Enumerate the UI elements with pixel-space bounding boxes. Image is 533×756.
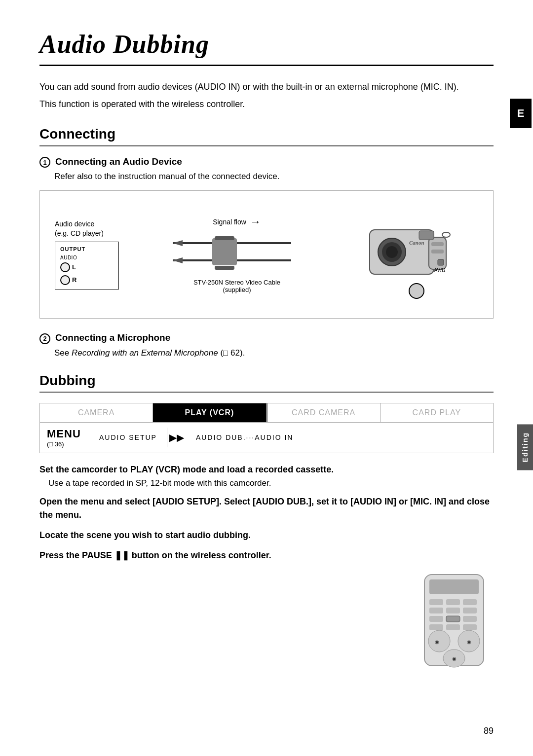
menu-word: MENU bbox=[47, 428, 82, 440]
mode-card-play[interactable]: CARD PLAY bbox=[381, 403, 493, 422]
svg-rect-31 bbox=[446, 624, 460, 630]
mode-bar: CAMERA PLAY (VCR) CARD CAMERA CARD PLAY bbox=[39, 403, 494, 423]
jack-label-l: L bbox=[72, 263, 76, 271]
connecting-heading: Connecting bbox=[39, 126, 494, 145]
sub1-note: Refer also to the instruction manual of … bbox=[54, 172, 494, 181]
svg-rect-12 bbox=[419, 231, 434, 240]
remote-area: ◉ ◉ ◉ bbox=[39, 572, 494, 671]
av-circle bbox=[409, 283, 424, 299]
dubbing-underline bbox=[39, 392, 494, 393]
connecting-underline bbox=[39, 145, 494, 146]
sub2-heading: 2 Connecting a Microphone bbox=[39, 332, 494, 344]
middle-section: Signal flow → STV-250N Stereo Video bbox=[119, 216, 355, 293]
svg-rect-24 bbox=[429, 608, 443, 613]
dubbing-heading: Dubbing bbox=[39, 373, 494, 392]
svg-rect-14 bbox=[431, 242, 444, 246]
sub1-heading: 1 Connecting an Audio Device bbox=[39, 156, 494, 168]
jack-r: R bbox=[60, 275, 114, 285]
svg-marker-3 bbox=[173, 257, 183, 263]
sub1-label: Connecting an Audio Device bbox=[55, 156, 182, 167]
step-1-text: Set the camcorder to PLAY (VCR) mode and… bbox=[39, 463, 494, 476]
step-1: Set the camcorder to PLAY (VCR) mode and… bbox=[39, 463, 494, 488]
audio-device-label: Audio device(e.g. CD player) bbox=[55, 219, 119, 237]
camcorder-svg: Canon AV/Ω bbox=[365, 210, 468, 289]
sub2-label: Connecting a Microphone bbox=[55, 332, 170, 343]
svg-rect-29 bbox=[463, 616, 477, 622]
svg-rect-27 bbox=[429, 616, 443, 622]
cable-svg bbox=[173, 233, 301, 273]
sub2-section: 2 Connecting a Microphone See Recording … bbox=[39, 332, 494, 358]
page-container: E Editing Audio Dubbing You can add soun… bbox=[0, 0, 533, 756]
svg-rect-30 bbox=[429, 624, 443, 630]
intro-line2: This function is operated with the wirel… bbox=[39, 97, 494, 111]
mode-play-vcr[interactable]: PLAY (VCR) bbox=[153, 403, 266, 422]
arrow-right-icon: → bbox=[250, 216, 261, 228]
svg-point-18 bbox=[442, 232, 450, 237]
jack-circle-r bbox=[60, 275, 70, 285]
svg-rect-25 bbox=[446, 608, 460, 613]
output-box: OUTPUT AUDIO L R bbox=[55, 242, 119, 289]
jack-l: L bbox=[60, 262, 114, 272]
right-device: Canon AV/Ω bbox=[355, 210, 478, 299]
menu-path: AUDIO SETUP ▶▶ AUDIO DUB.···AUDIO IN bbox=[89, 428, 493, 447]
menu-path-audio-dub: AUDIO DUB.···AUDIO IN bbox=[186, 428, 304, 447]
circle-num-1: 1 bbox=[39, 157, 50, 168]
step-3-text: Locate the scene you wish to start audio… bbox=[39, 529, 494, 542]
svg-marker-1 bbox=[173, 240, 183, 246]
svg-rect-28 bbox=[446, 616, 460, 622]
steps-section: Set the camcorder to PLAY (VCR) mode and… bbox=[39, 463, 494, 562]
output-label: OUTPUT bbox=[60, 246, 114, 252]
diagram-box: Audio device(e.g. CD player) OUTPUT AUDI… bbox=[39, 190, 494, 319]
svg-rect-4 bbox=[212, 238, 237, 265]
step-1-note: Use a tape recorded in SP, 12-bit mode w… bbox=[48, 478, 494, 488]
page-title: Audio Dubbing bbox=[39, 30, 494, 59]
svg-rect-21 bbox=[429, 599, 443, 605]
svg-text:AV/Ω: AV/Ω bbox=[434, 267, 446, 273]
step-2-text: Open the menu and select [AUDIO SETUP]. … bbox=[39, 495, 494, 522]
dubbing-section: Dubbing CAMERA PLAY (VCR) CARD CAMERA CA… bbox=[39, 373, 494, 453]
menu-arrow-icon: ▶▶ bbox=[167, 432, 186, 443]
mode-camera[interactable]: CAMERA bbox=[40, 403, 153, 422]
step-4-text: Press the PAUSE ❚❚ button on the wireles… bbox=[39, 549, 494, 562]
cable-label: STV-250N Stereo Video Cable(supplied) bbox=[193, 279, 280, 293]
svg-text:Canon: Canon bbox=[409, 240, 424, 246]
left-device: Audio device(e.g. CD player) OUTPUT AUDI… bbox=[55, 219, 119, 289]
svg-text:◉: ◉ bbox=[467, 639, 471, 645]
av-connector bbox=[409, 283, 424, 299]
page-number: 89 bbox=[484, 726, 494, 736]
menu-label-block: MENU (□ 36) bbox=[40, 423, 89, 453]
svg-rect-15 bbox=[431, 250, 444, 253]
svg-point-33 bbox=[428, 630, 450, 652]
mode-card-camera[interactable]: CARD CAMERA bbox=[267, 403, 381, 422]
jack-circle-l bbox=[60, 262, 70, 272]
editing-tab: Editing bbox=[517, 424, 533, 470]
remote-control-svg: ◉ ◉ ◉ bbox=[415, 572, 494, 671]
svg-text:◉: ◉ bbox=[435, 639, 439, 645]
svg-rect-20 bbox=[429, 579, 479, 594]
intro-line1: You can add sound from audio devices (AU… bbox=[39, 80, 494, 94]
jack-row: L R bbox=[60, 262, 114, 285]
title-underline bbox=[39, 65, 494, 66]
step-4: Press the PAUSE ❚❚ button on the wireles… bbox=[39, 549, 494, 562]
svg-rect-32 bbox=[463, 624, 477, 630]
e-tab-container: E bbox=[508, 99, 533, 128]
sub2-note: See Recording with an External Microphon… bbox=[54, 348, 494, 358]
menu-path-audio-setup: AUDIO SETUP bbox=[89, 428, 167, 447]
jack-label-r: R bbox=[72, 276, 76, 284]
svg-point-11 bbox=[386, 246, 398, 258]
menu-row: MENU (□ 36) AUDIO SETUP ▶▶ AUDIO DUB.···… bbox=[39, 423, 494, 453]
step-2: Open the menu and select [AUDIO SETUP]. … bbox=[39, 495, 494, 522]
signal-flow-label: Signal flow bbox=[213, 218, 246, 226]
svg-rect-26 bbox=[463, 608, 477, 613]
diagram-inner: Audio device(e.g. CD player) OUTPUT AUDI… bbox=[55, 210, 478, 299]
step-3: Locate the scene you wish to start audio… bbox=[39, 529, 494, 542]
menu-ref: (□ 36) bbox=[47, 440, 82, 448]
circle-num-2: 2 bbox=[39, 333, 50, 344]
svg-rect-16 bbox=[438, 259, 444, 265]
svg-text:◉: ◉ bbox=[452, 656, 457, 661]
svg-rect-5 bbox=[215, 236, 234, 240]
svg-rect-6 bbox=[215, 266, 234, 270]
svg-rect-22 bbox=[446, 599, 460, 605]
svg-rect-23 bbox=[463, 599, 477, 605]
signal-flow-row: Signal flow → bbox=[213, 216, 261, 228]
